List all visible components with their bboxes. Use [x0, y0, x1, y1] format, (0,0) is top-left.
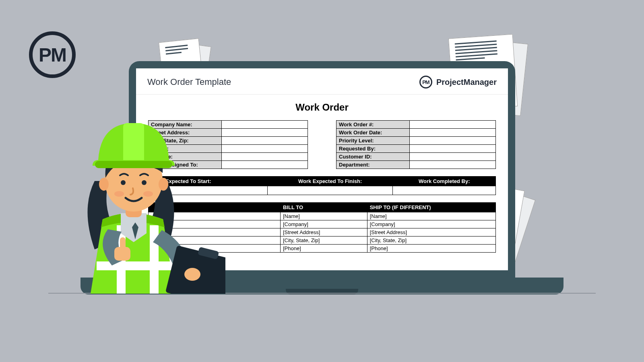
- svg-point-10: [114, 191, 124, 197]
- field-value[interactable]: [410, 153, 496, 161]
- field-value[interactable]: [222, 153, 308, 161]
- brand-badge-text: PM: [422, 79, 429, 85]
- field-label: Department:: [336, 161, 410, 169]
- field-value[interactable]: [222, 121, 308, 129]
- field-value[interactable]: [410, 121, 496, 129]
- cell[interactable]: [Name]: [367, 212, 495, 220]
- field-value[interactable]: [410, 137, 496, 145]
- svg-point-8: [121, 180, 126, 185]
- cell[interactable]: [Name]: [280, 212, 367, 220]
- order-info-table: Work Order #: Work Order Date: Priority …: [336, 120, 496, 169]
- field-value[interactable]: [222, 129, 308, 137]
- cell[interactable]: [City, State, Zip]: [280, 237, 367, 245]
- field-value[interactable]: [410, 129, 496, 137]
- svg-point-11: [143, 191, 153, 197]
- brand-name: ProjectManager: [436, 78, 497, 87]
- cell[interactable]: [City, State, Zip]: [367, 237, 495, 245]
- svg-point-6: [159, 178, 168, 191]
- field-value[interactable]: [410, 145, 496, 153]
- field-label: Requested By:: [336, 145, 410, 153]
- pm-badge-icon: PM: [419, 76, 432, 88]
- cell[interactable]: [Phone]: [280, 245, 367, 253]
- cell[interactable]: [Company]: [280, 220, 367, 228]
- cell[interactable]: [Company]: [367, 220, 495, 228]
- construction-worker-icon: [56, 84, 225, 294]
- svg-point-16: [184, 268, 200, 281]
- field-value[interactable]: [393, 186, 496, 195]
- field-value[interactable]: [222, 137, 308, 145]
- field-value[interactable]: [267, 186, 393, 195]
- field-label: Priority Level:: [336, 137, 410, 145]
- col-header: BILL TO: [280, 203, 367, 212]
- svg-rect-13: [120, 237, 126, 249]
- field-value[interactable]: [222, 161, 308, 169]
- cell[interactable]: [Phone]: [367, 245, 495, 253]
- pm-logo-icon: PM: [29, 31, 76, 78]
- field-value[interactable]: [222, 145, 308, 153]
- cell[interactable]: [Street Address]: [280, 228, 367, 237]
- field-label: Work Order Date:: [336, 129, 410, 137]
- col-header: SHIP TO (IF DIFFERENT): [367, 203, 495, 212]
- svg-rect-2: [150, 225, 159, 294]
- field-value[interactable]: [410, 161, 496, 169]
- svg-rect-7: [95, 161, 172, 168]
- logo-text: PM: [39, 44, 66, 66]
- svg-point-5: [99, 178, 109, 191]
- cell[interactable]: [Street Address]: [367, 228, 495, 237]
- field-label: Work Order #:: [336, 121, 410, 129]
- col-header: Work Expected To Finish:: [267, 177, 393, 186]
- field-label: Customer ID:: [336, 153, 410, 161]
- col-header: Work Completed By:: [393, 177, 496, 186]
- brand: PM ProjectManager: [419, 76, 497, 88]
- svg-rect-0: [97, 261, 181, 270]
- svg-point-9: [142, 180, 147, 185]
